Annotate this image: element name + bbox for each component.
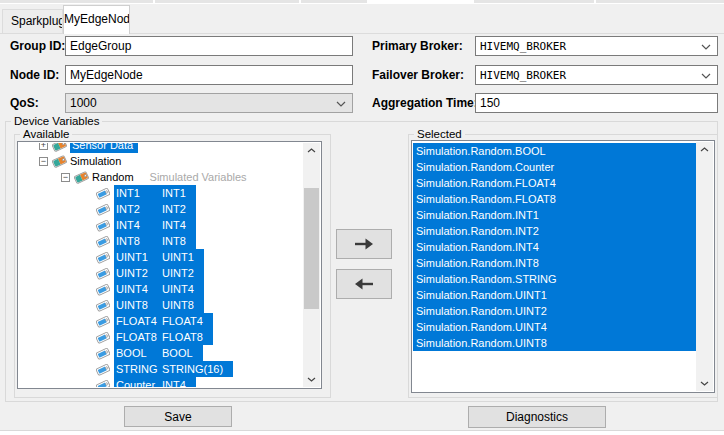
- edge-node-config-window: Sparkplug B MyEdgeNode Group ID: EdgeGro…: [0, 0, 724, 435]
- aggregation-time-input[interactable]: 150: [475, 93, 718, 113]
- variable-type: INT4: [162, 219, 186, 231]
- node-id-value: MyEdgeNode: [70, 68, 143, 82]
- tree-group-row[interactable]: −RandomSimulated Variables: [19, 169, 303, 185]
- tree-variable-entry[interactable]: INT4INT4: [114, 217, 196, 233]
- selected-variable-item[interactable]: Simulation.Random.UINT2: [413, 303, 696, 319]
- scroll-up-button[interactable]: [696, 142, 713, 157]
- tab-myedgenode[interactable]: MyEdgeNode: [63, 5, 130, 34]
- variable-name: INT2: [116, 201, 162, 217]
- selected-scrollbar[interactable]: [696, 142, 713, 391]
- tree-variable-row[interactable]: INT4INT4: [19, 217, 303, 233]
- group-id-input[interactable]: EdgeGroup: [65, 36, 353, 56]
- tree-group-row[interactable]: +Sensor Data: [19, 143, 303, 153]
- tree-group-note: Simulated Variables: [150, 169, 247, 185]
- variable-type: INT2: [162, 203, 186, 215]
- variable-type: INT1: [162, 187, 186, 199]
- save-button[interactable]: Save: [124, 406, 232, 427]
- tree-variable-entry[interactable]: FLOAT8FLOAT8: [114, 329, 213, 345]
- tree-variable-entry[interactable]: INT2INT2: [114, 201, 196, 217]
- tree-variable-row[interactable]: UINT4UINT4: [19, 281, 303, 297]
- collapse-icon[interactable]: −: [39, 157, 48, 166]
- tree-variable-entry[interactable]: INT1INT1: [114, 185, 196, 201]
- move-left-button[interactable]: [336, 269, 392, 299]
- qos-value: 1000: [70, 96, 97, 110]
- variable-name: STRING: [116, 361, 162, 377]
- tree-variable-entry[interactable]: UINT2UINT2: [114, 265, 204, 281]
- variable-tag-icon: [96, 267, 111, 280]
- chevron-down-icon: [307, 377, 316, 382]
- tree-variable-row[interactable]: FLOAT8FLOAT8: [19, 329, 303, 345]
- tree-variable-row[interactable]: CounterINT4: [19, 377, 303, 387]
- tree-variable-row[interactable]: BOOLBOOL: [19, 345, 303, 361]
- tag-icon-blue: [96, 235, 110, 248]
- tree-group-label[interactable]: Sensor Data: [70, 143, 138, 153]
- move-right-button[interactable]: [336, 229, 392, 259]
- variable-name: UINT2: [116, 265, 162, 281]
- tree-variable-row[interactable]: UINT8UINT8: [19, 297, 303, 313]
- group-tag-icon: [74, 170, 89, 184]
- expand-icon[interactable]: +: [39, 143, 48, 150]
- primary-broker-combobox[interactable]: HIVEMQ_BROKER: [475, 36, 718, 56]
- variable-type: BOOL: [162, 347, 193, 359]
- tree-variable-entry[interactable]: FLOAT4FLOAT4: [114, 313, 213, 329]
- selected-variable-item[interactable]: Simulation.Random.INT1: [413, 207, 696, 223]
- variable-type: UINT1: [162, 251, 194, 263]
- selected-variable-item[interactable]: Simulation.Random.INT8: [413, 255, 696, 271]
- selected-variable-item[interactable]: Simulation.Random.FLOAT8: [413, 191, 696, 207]
- selected-variable-item[interactable]: Simulation.Random.INT4: [413, 239, 696, 255]
- tab-sparkplug-b[interactable]: Sparkplug B: [2, 9, 63, 33]
- chevron-up-icon: [307, 148, 316, 153]
- tree-variable-entry[interactable]: INT8INT8: [114, 233, 196, 249]
- tree-variable-entry[interactable]: UINT8UINT8: [114, 297, 204, 313]
- tree-group-row[interactable]: −Simulation: [19, 153, 303, 169]
- selected-variable-item[interactable]: Simulation.Random.UINT4: [413, 319, 696, 335]
- variable-tag-icon: [96, 283, 111, 296]
- tree-variable-row[interactable]: INT2INT2: [19, 201, 303, 217]
- qos-combobox[interactable]: 1000: [65, 93, 353, 113]
- group-tag-icon: [52, 143, 67, 152]
- variable-name: UINT4: [116, 281, 162, 297]
- selected-variable-item[interactable]: Simulation.Random.STRING: [413, 271, 696, 287]
- aggregation-time-value: 150: [480, 96, 500, 110]
- diagnostics-button[interactable]: Diagnostics: [468, 406, 606, 428]
- scrollbar-thumb[interactable]: [304, 188, 319, 309]
- variable-type: INT4: [162, 379, 186, 387]
- variable-type: INT8: [162, 235, 186, 247]
- selected-variable-item[interactable]: Simulation.Random.UINT8: [413, 335, 696, 351]
- scroll-down-button[interactable]: [303, 372, 320, 387]
- tree-variable-entry[interactable]: UINT4UINT4: [114, 281, 204, 297]
- tree-group-label[interactable]: Simulation: [70, 153, 121, 169]
- tree-group-label[interactable]: Random: [92, 169, 134, 185]
- tag-icon-blue: [96, 267, 110, 280]
- failover-broker-value: HIVEMQ_BROKER: [480, 69, 566, 82]
- variable-name: Counter: [116, 377, 162, 387]
- selected-variable-item[interactable]: Simulation.Random.Counter: [413, 159, 696, 175]
- tree-variable-row[interactable]: UINT1UINT1: [19, 249, 303, 265]
- node-id-input[interactable]: MyEdgeNode: [65, 65, 353, 85]
- selected-variable-item[interactable]: Simulation.Random.FLOAT4: [413, 175, 696, 191]
- tree-variable-row[interactable]: INT8INT8: [19, 233, 303, 249]
- parent-tab-strip: [0, 0, 724, 4]
- selected-variable-item[interactable]: Simulation.Random.UINT1: [413, 287, 696, 303]
- tree-variable-row[interactable]: FLOAT4FLOAT4: [19, 313, 303, 329]
- tag-icon-multicolor: [52, 143, 67, 152]
- failover-broker-label: Failover Broker:: [372, 68, 464, 82]
- scroll-up-button[interactable]: [303, 143, 320, 158]
- window-bottom-border: [0, 430, 724, 431]
- tree-variable-row[interactable]: UINT2UINT2: [19, 265, 303, 281]
- available-tree: +Sensor Data−Simulation−RandomSimulated …: [19, 143, 303, 387]
- tree-variable-entry[interactable]: UINT1UINT1: [114, 249, 204, 265]
- tree-variable-entry[interactable]: CounterINT4: [114, 377, 196, 387]
- tree-variable-entry[interactable]: BOOLBOOL: [114, 345, 203, 361]
- selected-variable-item[interactable]: Simulation.Random.INT2: [413, 223, 696, 239]
- selected-variable-item[interactable]: Simulation.Random.BOOL: [413, 143, 696, 159]
- chevron-down-icon: [701, 73, 711, 79]
- tree-variable-entry[interactable]: STRINGSTRING(16): [114, 361, 233, 377]
- available-scrollbar[interactable]: [303, 143, 320, 387]
- tree-variable-row[interactable]: INT1INT1: [19, 185, 303, 201]
- variable-name: UINT8: [116, 297, 162, 313]
- tree-variable-row[interactable]: STRINGSTRING(16): [19, 361, 303, 377]
- scroll-down-button[interactable]: [696, 376, 713, 391]
- failover-broker-combobox[interactable]: HIVEMQ_BROKER: [475, 65, 718, 85]
- collapse-icon[interactable]: −: [61, 173, 70, 182]
